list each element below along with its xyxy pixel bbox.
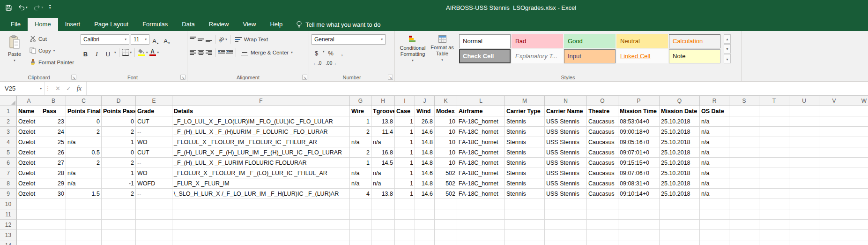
cell-M5[interactable]: Stennis: [505, 147, 545, 158]
column-header-J[interactable]: J: [415, 96, 435, 106]
format-painter-button[interactable]: Format Painter: [28, 57, 76, 68]
cell-H13[interactable]: [371, 230, 395, 240]
cell-R1[interactable]: OS Date: [700, 106, 729, 116]
cell-R13[interactable]: [700, 230, 729, 240]
cell-U4[interactable]: [789, 137, 819, 147]
cell-E6[interactable]: --: [136, 158, 172, 168]
column-header-L[interactable]: L: [457, 96, 505, 106]
cell-C12[interactable]: [66, 220, 102, 230]
align-right-button[interactable]: [206, 50, 212, 55]
cell-B1[interactable]: Pass: [41, 106, 66, 116]
cell-D14[interactable]: [102, 240, 136, 245]
cell-T5[interactable]: [759, 147, 789, 158]
cell-U5[interactable]: [789, 147, 819, 158]
cancel-button[interactable]: ✕: [55, 85, 60, 92]
cell-R5[interactable]: n/a: [700, 147, 729, 158]
cell-W6[interactable]: [849, 158, 868, 168]
cell-W4[interactable]: [849, 137, 868, 147]
row-header-3[interactable]: 3: [0, 127, 17, 137]
column-header-U[interactable]: U: [789, 96, 819, 106]
cell-F1[interactable]: Details: [172, 106, 350, 116]
cell-F13[interactable]: [172, 230, 350, 240]
cell-H4[interactable]: n/a: [371, 137, 395, 147]
cell-P14[interactable]: [618, 240, 660, 245]
enter-button[interactable]: ✓: [66, 85, 71, 92]
cell-F8[interactable]: _FLUR_X _FLUR_IM: [172, 178, 350, 189]
cell-B8[interactable]: 29: [41, 178, 66, 189]
cell-J8[interactable]: 14.8: [415, 178, 435, 189]
cell-W7[interactable]: [849, 168, 868, 178]
copy-button[interactable]: Copy ▾: [28, 45, 76, 56]
cell-W13[interactable]: [849, 230, 868, 240]
cell-U2[interactable]: [789, 116, 819, 127]
cell-V10[interactable]: [819, 199, 849, 209]
column-header-E[interactable]: E: [136, 96, 172, 106]
cell-P12[interactable]: [618, 220, 660, 230]
cell-E13[interactable]: [136, 230, 172, 240]
cell-P8[interactable]: 09:08:31+0: [618, 178, 660, 189]
cell-H5[interactable]: 16.8: [371, 147, 395, 158]
cell-V1[interactable]: [819, 106, 849, 116]
cell-T7[interactable]: [759, 168, 789, 178]
cell-S8[interactable]: [729, 178, 759, 189]
cell-C2[interactable]: 0: [66, 116, 102, 127]
cell-M4[interactable]: Stennis: [505, 137, 545, 147]
cell-T2[interactable]: [759, 116, 789, 127]
column-header-R[interactable]: R: [700, 96, 729, 106]
cell-J14[interactable]: [415, 240, 435, 245]
tab-file[interactable]: File: [4, 18, 28, 31]
tab-help[interactable]: Help: [263, 18, 289, 31]
cell-D5[interactable]: 0: [102, 147, 136, 158]
cell-H7[interactable]: n/a: [371, 168, 395, 178]
cell-C13[interactable]: [66, 230, 102, 240]
cell-L3[interactable]: FA-18C_hornet: [457, 127, 505, 137]
decrease-indent-button[interactable]: [218, 50, 225, 55]
cell-O12[interactable]: [587, 220, 618, 230]
cell-J12[interactable]: [415, 220, 435, 230]
style-check-cell[interactable]: Check Cell: [459, 49, 511, 63]
cell-N4[interactable]: USS Stennis: [545, 137, 587, 147]
cell-N11[interactable]: [545, 209, 587, 220]
cell-A11[interactable]: [17, 209, 41, 220]
cell-B11[interactable]: [41, 209, 66, 220]
cell-D11[interactable]: [102, 209, 136, 220]
cell-I2[interactable]: 1: [395, 116, 415, 127]
cell-W10[interactable]: [849, 199, 868, 209]
cell-U8[interactable]: [789, 178, 819, 189]
cell-E10[interactable]: [136, 199, 172, 209]
cell-O6[interactable]: Caucasus: [587, 158, 618, 168]
borders-button[interactable]: [122, 49, 129, 56]
cell-K6[interactable]: 10: [435, 158, 457, 168]
cell-F3[interactable]: _F_(H)_LUL_X _F_(H)LURIM _F_LOLURIC _FLO…: [172, 127, 350, 137]
cell-F2[interactable]: _F_LO_LUL_X _F_LO(LUR)IM _FLO_(LUL)IC _F…: [172, 116, 350, 127]
column-header-Q[interactable]: Q: [660, 96, 700, 106]
alignment-dialog-launcher-icon[interactable]: ↘: [302, 75, 307, 80]
style-normal[interactable]: Normal: [459, 34, 511, 48]
cell-C8[interactable]: n/a: [66, 178, 102, 189]
cell-A1[interactable]: Name: [17, 106, 41, 116]
cell-O14[interactable]: [587, 240, 618, 245]
cell-V14[interactable]: [819, 240, 849, 245]
column-header-W[interactable]: W: [849, 96, 868, 106]
cell-W2[interactable]: [849, 116, 868, 127]
cell-P13[interactable]: [618, 230, 660, 240]
row-header-13[interactable]: 13: [0, 230, 17, 240]
cell-U14[interactable]: [789, 240, 819, 245]
column-header-O[interactable]: O: [587, 96, 618, 106]
cell-H11[interactable]: [371, 209, 395, 220]
cell-V3[interactable]: [819, 127, 849, 137]
cell-M13[interactable]: [505, 230, 545, 240]
cell-T6[interactable]: [759, 158, 789, 168]
cell-K10[interactable]: [435, 199, 457, 209]
cell-N10[interactable]: [545, 199, 587, 209]
cell-N1[interactable]: Carrier Name: [545, 106, 587, 116]
cell-A10[interactable]: [17, 199, 41, 209]
save-button[interactable]: [6, 5, 12, 11]
cell-R2[interactable]: n/a: [700, 116, 729, 127]
cell-A6[interactable]: Ozelot: [17, 158, 41, 168]
cell-W11[interactable]: [849, 209, 868, 220]
redo-button[interactable]: ▾: [34, 5, 44, 11]
cell-D9[interactable]: 2: [102, 189, 136, 199]
cell-K5[interactable]: 10: [435, 147, 457, 158]
cell-K7[interactable]: 502: [435, 168, 457, 178]
